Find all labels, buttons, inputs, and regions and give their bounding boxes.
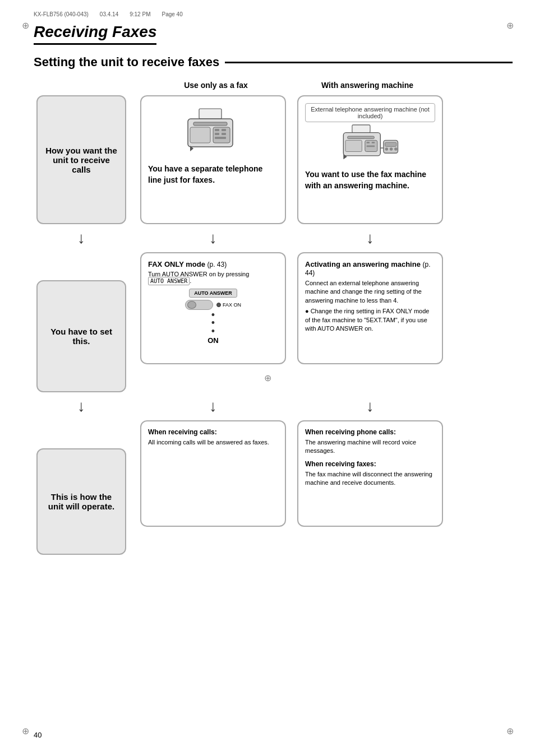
fax-machine-illustration xyxy=(148,103,278,159)
svg-rect-6 xyxy=(215,133,219,135)
on-label: ON xyxy=(207,336,219,345)
meta-page-ref: Page 40 xyxy=(162,11,182,17)
arrows-1-2: ↓ ↓ ↓ xyxy=(34,224,513,252)
fax-row2-box: FAX ONLY mode (p. 43) Turn AUTO ANSWER o… xyxy=(140,252,286,364)
col-header-fax: Use only as a fax xyxy=(140,81,292,90)
am-row2-body: Connect an external telephone answering … xyxy=(305,279,435,305)
crosshair-bl xyxy=(20,725,31,736)
am-row3-body1: The answering machine will record voice … xyxy=(305,438,435,456)
am-machine-illustration xyxy=(305,126,435,165)
svg-rect-0 xyxy=(199,109,222,119)
auto-answer-ref: AUTO ANSWER xyxy=(148,277,190,285)
fax-row1-box: You have a separate telephone line just … xyxy=(140,95,286,224)
svg-rect-9 xyxy=(190,127,210,143)
svg-rect-21 xyxy=(385,142,396,146)
fax-row3-box: When receiving calls: All incoming calls… xyxy=(140,420,286,527)
am-top-note: External telephone answering machine (no… xyxy=(305,103,435,122)
am-row3-title2: When receiving faxes: xyxy=(305,460,435,468)
crosshair-tr xyxy=(504,20,515,31)
fax-only-title: FAX ONLY mode (p. 43) xyxy=(148,260,278,268)
am-row3-body2: The fax machine will disconnect the answ… xyxy=(305,470,435,488)
crosshair-tl xyxy=(20,20,31,31)
meta-time: 9:12 PM xyxy=(130,11,150,17)
dot-row: ••• xyxy=(211,311,215,335)
button-illustration: AUTO ANSWER FAX ON ••• ON xyxy=(148,289,278,345)
meta-header: KX-FLB756 (040-043) 03.4.14 9:12 PM Page… xyxy=(34,11,513,17)
svg-rect-7 xyxy=(222,133,226,135)
layout-wrapper: How you want the unit to receive calls xyxy=(34,95,513,555)
svg-point-23 xyxy=(390,147,393,151)
btn-body xyxy=(185,300,213,310)
crosshair-center xyxy=(262,373,273,384)
crosshair-br xyxy=(504,725,515,736)
arrows-2-3: ↓ ↓ ↓ xyxy=(34,392,513,420)
fax-on-indicator: FAX ON xyxy=(216,302,241,308)
page: KX-FLB756 (040-043) 03.4.14 9:12 PM Page… xyxy=(0,0,535,756)
am-row3-title1: When receiving phone calls: xyxy=(305,428,435,436)
am-row2-box: Activating an answering machine (p. 44) … xyxy=(297,252,443,364)
col-headers: Use only as a fax With answering machine xyxy=(140,81,513,90)
page-title: Receiving Faxes xyxy=(34,23,156,45)
svg-rect-18 xyxy=(345,140,362,151)
row-label-3: This is how the unit will operate. xyxy=(36,448,126,555)
meta-model: KX-FLB756 (040-043) xyxy=(34,11,89,17)
svg-rect-2 xyxy=(193,122,227,126)
page-number: 40 xyxy=(34,731,41,739)
row1-section: How you want the unit to receive calls xyxy=(34,95,513,224)
fax-only-subtitle: Turn AUTO ANSWER on by pressing AUTO ANS… xyxy=(148,271,278,284)
am-row3-box: When receiving phone calls: The answerin… xyxy=(297,420,443,527)
row-label-1: How you want the unit to receive calls xyxy=(36,95,126,224)
am-row2-title: Activating an answering machine (p. 44) xyxy=(305,260,435,277)
meta-date: 03.4.14 xyxy=(100,11,118,17)
fax-row3-title: When receiving calls: xyxy=(148,428,278,436)
svg-point-24 xyxy=(394,147,398,151)
svg-rect-11 xyxy=(352,124,370,132)
row2-section: You have to set this. FAX ONLY mode (p. … xyxy=(34,252,513,392)
svg-rect-16 xyxy=(372,142,375,143)
svg-rect-13 xyxy=(348,136,375,139)
section-heading: Setting the unit to receive faxes xyxy=(34,55,513,69)
am-row1-box: External telephone answering machine (no… xyxy=(297,95,443,224)
am-row1-description: You want to use the fax machine with an … xyxy=(305,169,435,191)
svg-point-22 xyxy=(385,147,389,151)
row3-section: This is how the unit will operate. When … xyxy=(34,420,513,555)
svg-rect-8 xyxy=(215,137,226,139)
fax-row3-body: All incoming calls will be answered as f… xyxy=(148,438,278,447)
svg-rect-5 xyxy=(222,129,226,131)
svg-rect-17 xyxy=(367,145,375,147)
row-label-2: You have to set this. xyxy=(36,280,126,392)
am-row2-bullet: ●Change the ring setting in FAX ONLY mod… xyxy=(305,307,435,333)
fax-row1-description: You have a separate telephone line just … xyxy=(148,164,278,185)
svg-rect-4 xyxy=(215,129,219,131)
btn-label: AUTO ANSWER xyxy=(189,289,237,298)
svg-rect-15 xyxy=(367,142,370,143)
col-header-am: With answering machine xyxy=(292,81,443,90)
